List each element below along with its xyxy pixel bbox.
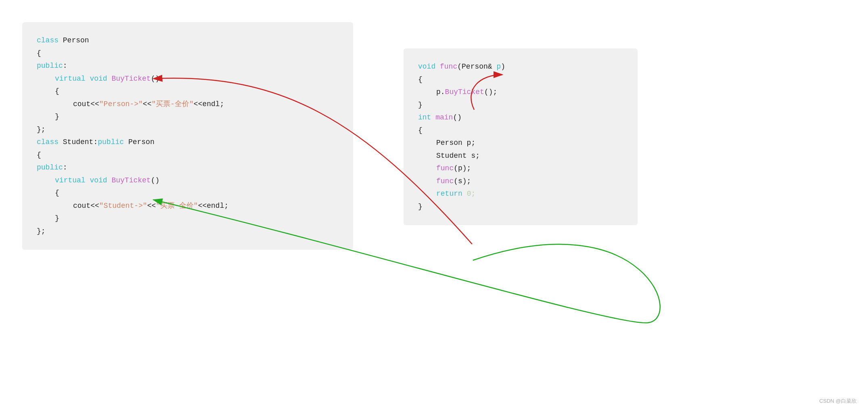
- left-code-line-12: virtual void BuyTicket(): [37, 174, 339, 187]
- left-code-line-6: cout<<"Person->"<<"买票-全价"<<endl;: [37, 98, 339, 111]
- left-code-line-15: }: [37, 212, 339, 225]
- right-code-line-11: return 0;: [418, 188, 623, 201]
- right-code-line-12: }: [418, 201, 623, 213]
- right-code-line-3: p.BuyTicket();: [418, 86, 623, 99]
- left-code-line-11: public:: [37, 161, 339, 174]
- left-code-line-5: {: [37, 85, 339, 98]
- left-code-line-16: };: [37, 225, 339, 238]
- left-code-line-10: {: [37, 149, 339, 162]
- left-code-line-2: {: [37, 47, 339, 60]
- left-code-line-7: }: [37, 111, 339, 123]
- right-code-line-9: func(p);: [418, 162, 623, 175]
- left-code-line-3: public:: [37, 60, 339, 73]
- left-code-line-4: virtual void BuyTicket(): [37, 73, 339, 86]
- right-code-line-5: int main(): [418, 111, 623, 124]
- right-code-line-6: {: [418, 124, 623, 137]
- right-code-line-1: void func(Person& p): [418, 61, 623, 73]
- left-code-line-1: class Person: [37, 34, 339, 47]
- right-code-line-2: {: [418, 73, 623, 86]
- right-code-line-10: func(s);: [418, 175, 623, 188]
- left-code-line-14: cout<<"Student->"<<"买票-全价"<<endl;: [37, 200, 339, 213]
- right-code-line-8: Student s;: [418, 150, 623, 163]
- left-code-line-9: class Student:public Person: [37, 136, 339, 149]
- left-code-block: class Person { public: virtual void BuyT…: [22, 22, 353, 250]
- right-code-block: void func(Person& p) { p.BuyTicket(); } …: [404, 48, 638, 225]
- right-code-line-7: Person p;: [418, 137, 623, 150]
- left-code-line-8: };: [37, 123, 339, 136]
- left-code-line-13: {: [37, 187, 339, 200]
- right-code-line-4: }: [418, 99, 623, 112]
- watermark: CSDN @白菜欣: [819, 397, 857, 405]
